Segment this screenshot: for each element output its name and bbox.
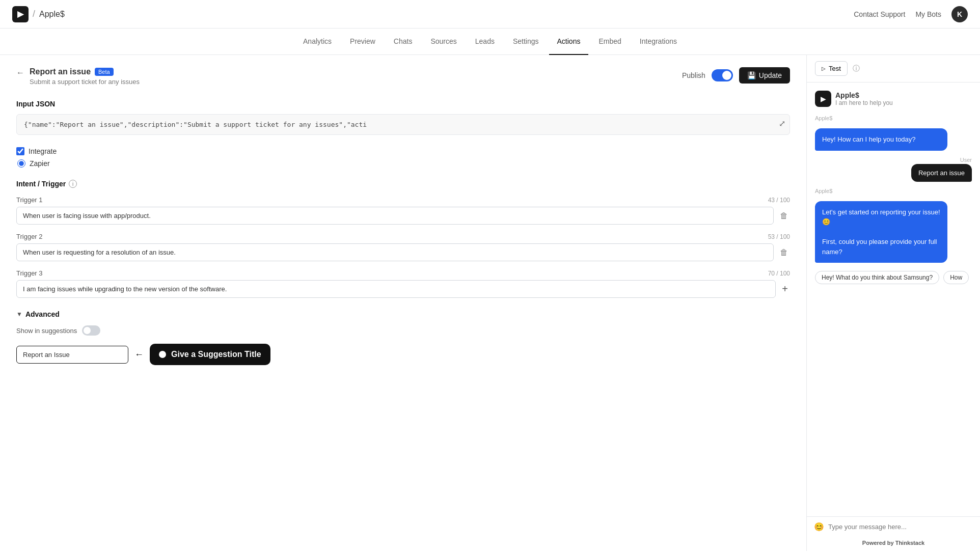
emoji-icon: 😊: [814, 522, 824, 532]
breadcrumb-slash: /: [33, 9, 35, 19]
tab-sources[interactable]: Sources: [422, 29, 465, 55]
show-suggestions-knob: [84, 327, 91, 334]
my-bots-link[interactable]: My Bots: [915, 10, 941, 18]
bot-name: Apple$: [835, 91, 893, 99]
integrate-checkbox[interactable]: [16, 147, 24, 155]
publish-label: Publish: [682, 71, 705, 79]
back-button[interactable]: ←: [16, 68, 24, 77]
logo-icon[interactable]: ▶: [12, 6, 29, 22]
trigger-1-input[interactable]: [16, 207, 774, 225]
add-trigger-icon[interactable]: +: [780, 281, 790, 297]
tab-preview[interactable]: Preview: [342, 29, 384, 55]
bot-tagline: I am here to help you: [835, 99, 893, 106]
zapier-label: Zapier: [30, 159, 50, 168]
bot-info-row: ▶ Apple$ I am here to help you: [815, 91, 972, 107]
app-name: Apple$: [39, 10, 65, 19]
user-bubble: Report an issue: [911, 164, 972, 182]
suggestion-arrow-icon: ←: [134, 349, 144, 360]
bot-reply-row: Let's get started on reporting your issu…: [815, 201, 972, 263]
zapier-radio-row: Zapier: [17, 159, 790, 168]
input-json-label: Input JSON: [16, 100, 790, 108]
expand-icon[interactable]: ⤢: [779, 119, 785, 128]
test-button[interactable]: ▷ Test: [815, 61, 848, 76]
trigger-1-header: Trigger 1 43 / 100: [16, 196, 790, 204]
chat-info-icon[interactable]: ⓘ: [853, 64, 860, 73]
json-value: {"name":"Report an issue","description":…: [24, 121, 367, 128]
update-label: Update: [759, 71, 782, 79]
chat-toolbar: ▷ Test ⓘ: [807, 55, 980, 82]
trigger-2-header: Trigger 2 53 / 100: [16, 233, 790, 240]
update-icon: 💾: [747, 71, 756, 79]
publish-toggle[interactable]: [712, 69, 733, 81]
chip-2[interactable]: How: [943, 271, 969, 284]
intent-section: Intent / Trigger i Trigger 1 43 / 100 🗑 …: [16, 180, 790, 298]
header-right: Contact Support My Bots K: [854, 6, 968, 22]
suggestion-title-input[interactable]: [16, 346, 128, 364]
tab-analytics[interactable]: Analytics: [295, 29, 340, 55]
page-header: ← Report an issue Beta Submit a support …: [16, 67, 790, 86]
chat-input-row: 😊: [807, 516, 980, 537]
suggestion-chips: Hey! What do you think about Samsung? Ho…: [815, 271, 972, 284]
advanced-label: Advanced: [25, 310, 60, 318]
trigger-3-count: 70 / 100: [768, 270, 790, 277]
right-panel: ▷ Test ⓘ ▶ Apple$ I am here to help you …: [807, 55, 980, 551]
page-header-left: ← Report an issue Beta Submit a support …: [16, 67, 140, 86]
page-title-row: Report an issue Beta: [30, 67, 140, 76]
page-title: Report an issue: [30, 67, 91, 76]
test-label: Test: [829, 65, 841, 72]
chip-1[interactable]: Hey! What do you think about Samsung?: [815, 271, 939, 284]
trigger-3-input[interactable]: [16, 280, 776, 298]
tab-leads[interactable]: Leads: [467, 29, 503, 55]
intent-label: Intent / Trigger: [16, 180, 66, 188]
user-label: User: [960, 157, 972, 163]
bot-avatar: ▶: [815, 91, 831, 107]
trigger-2-group: Trigger 2 53 / 100 🗑: [16, 233, 790, 261]
page-subtitle: Submit a support ticket for any issues: [30, 78, 140, 86]
main-layout: ← Report an issue Beta Submit a support …: [0, 55, 980, 551]
toggle-knob: [722, 71, 731, 80]
chat-input[interactable]: [828, 523, 973, 531]
bot-msg-label-1: Apple$: [815, 115, 972, 121]
tab-settings[interactable]: Settings: [505, 29, 547, 55]
bot-greeting-row: Hey! How can I help you today?: [815, 128, 972, 151]
trigger-1-delete-icon[interactable]: 🗑: [778, 209, 790, 223]
trigger-3-group: Trigger 3 70 / 100 +: [16, 269, 790, 298]
bot-avatar-icon: ▶: [821, 95, 826, 103]
trigger-3-label: Trigger 3: [16, 269, 43, 277]
nav-tabs: Analytics Preview Chats Sources Leads Se…: [0, 29, 980, 55]
avatar[interactable]: K: [951, 6, 968, 22]
tab-actions[interactable]: Actions: [549, 29, 589, 55]
advanced-section: ▼ Advanced Show in suggestions ← Give a …: [16, 310, 790, 365]
trigger-2-count: 53 / 100: [768, 233, 790, 240]
user-msg-row: User Report an issue: [815, 157, 972, 182]
suggestion-tooltip: Give a Suggestion Title: [150, 344, 270, 365]
trigger-1-label: Trigger 1: [16, 196, 43, 204]
bot-name-block: Apple$ I am here to help you: [835, 91, 893, 106]
intent-info-icon[interactable]: i: [69, 180, 77, 188]
integrate-label: Integrate: [29, 147, 57, 155]
show-suggestions-toggle[interactable]: [82, 325, 100, 336]
tab-integrations[interactable]: Integrations: [632, 29, 685, 55]
trigger-2-input[interactable]: [16, 243, 774, 261]
contact-support-link[interactable]: Contact Support: [854, 10, 905, 18]
play-icon: ▷: [822, 66, 826, 71]
json-box: {"name":"Report an issue","description":…: [16, 114, 790, 135]
header-left: ▶ / Apple$: [12, 6, 65, 22]
powered-brand: Thinkstack: [895, 540, 924, 546]
tab-chats[interactable]: Chats: [386, 29, 421, 55]
zapier-radio[interactable]: [17, 159, 25, 168]
update-button[interactable]: 💾 Update: [739, 67, 790, 84]
integrate-section: Integrate Zapier: [16, 147, 790, 168]
advanced-header[interactable]: ▼ Advanced: [16, 310, 790, 318]
trigger-1-group: Trigger 1 43 / 100 🗑: [16, 196, 790, 225]
trigger-2-input-row: 🗑: [16, 243, 790, 261]
powered-label: Powered by: [862, 540, 894, 546]
trigger-1-count: 43 / 100: [768, 197, 790, 204]
bot-msg-label-2: Apple$: [815, 188, 972, 194]
app-header: ▶ / Apple$ Contact Support My Bots K: [0, 0, 980, 29]
suggestion-input-row: ← Give a Suggestion Title: [16, 344, 790, 365]
trigger-2-delete-icon[interactable]: 🗑: [778, 246, 790, 259]
tab-embed[interactable]: Embed: [590, 29, 629, 55]
show-suggestions-row: Show in suggestions: [16, 325, 790, 336]
bot-greeting-bubble: Hey! How can I help you today?: [815, 128, 947, 151]
